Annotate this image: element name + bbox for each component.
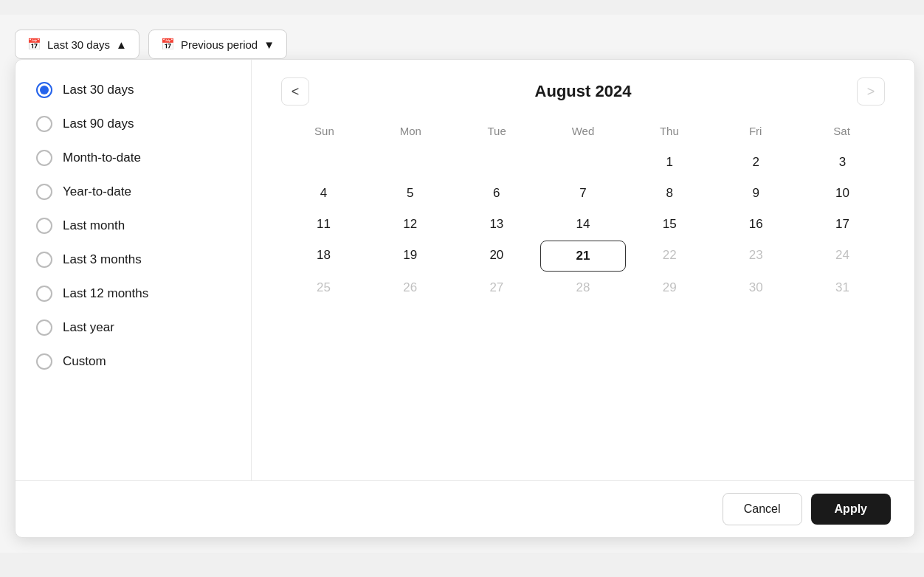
calendar-day-18[interactable]: 18 xyxy=(281,241,366,272)
radio-circle-ytd xyxy=(36,184,52,200)
calendar-day-20[interactable]: 20 xyxy=(454,241,539,272)
date-range-button[interactable]: 📅 Last 30 days ▲ xyxy=(15,30,139,59)
calendar-day-15[interactable]: 15 xyxy=(627,210,712,239)
radio-label-last30: Last 30 days xyxy=(63,83,134,97)
calendar-day-8[interactable]: 8 xyxy=(627,179,712,208)
cancel-button[interactable]: Cancel xyxy=(723,493,802,525)
panel-body: Last 30 daysLast 90 daysMonth-to-dateYea… xyxy=(15,60,914,480)
calendar-day-17[interactable]: 17 xyxy=(800,210,885,239)
calendar-day-24: 24 xyxy=(800,241,885,272)
prev-month-button[interactable]: < xyxy=(281,77,309,106)
dropdown-panel: Last 30 daysLast 90 daysMonth-to-dateYea… xyxy=(15,59,915,538)
calendar-day-3[interactable]: 3 xyxy=(800,148,885,177)
radio-label-ytd: Year-to-date xyxy=(63,184,131,199)
radio-circle-mtd xyxy=(36,150,52,166)
calendar-day-25: 25 xyxy=(281,273,366,303)
radio-circle-last90 xyxy=(36,116,52,132)
radio-circle-last3months xyxy=(36,252,52,268)
radio-option-last12months[interactable]: Last 12 months xyxy=(15,278,251,309)
calendar-day-5[interactable]: 5 xyxy=(368,179,452,208)
radio-label-lastyear: Last year xyxy=(63,320,114,335)
chevron-down-icon: ▼ xyxy=(263,38,275,51)
chevron-up-icon: ▲ xyxy=(116,38,127,51)
calendar-empty-cell xyxy=(454,148,539,177)
calendar-grid: SunMonTueWedThuFriSat 123456789101112131… xyxy=(281,120,885,303)
radio-circle-last12months xyxy=(36,286,52,302)
calendar-empty-cell xyxy=(281,148,366,177)
calendar-day-11[interactable]: 11 xyxy=(281,210,366,239)
calendar-day-31: 31 xyxy=(800,273,885,303)
calendar-icon-1: 📅 xyxy=(27,38,41,51)
weekday-tue: Tue xyxy=(454,120,540,142)
calendar-day-19[interactable]: 19 xyxy=(368,241,452,272)
radio-option-lastmonth[interactable]: Last month xyxy=(15,210,251,241)
calendar-day-14[interactable]: 14 xyxy=(540,210,625,239)
month-title: August 2024 xyxy=(535,82,632,101)
calendar-day-2[interactable]: 2 xyxy=(714,148,799,177)
calendar-day-16[interactable]: 16 xyxy=(714,210,799,239)
calendar-day-1[interactable]: 1 xyxy=(627,148,712,177)
calendar-days: 1234567891011121314151617181920212223242… xyxy=(281,148,885,303)
radio-label-last90: Last 90 days xyxy=(63,117,134,131)
radio-circle-last30 xyxy=(36,82,52,98)
calendar-day-9[interactable]: 9 xyxy=(714,179,799,208)
calendar-day-27: 27 xyxy=(454,273,539,303)
previous-period-label: Previous period xyxy=(181,38,258,51)
calendar-day-22: 22 xyxy=(627,241,712,272)
calendar-section: < August 2024 > SunMonTueWedThuFriSat 12… xyxy=(252,60,914,480)
radio-label-lastmonth: Last month xyxy=(63,218,125,233)
period-options-list: Last 30 daysLast 90 daysMonth-to-dateYea… xyxy=(15,60,252,480)
radio-option-custom[interactable]: Custom xyxy=(15,346,251,377)
radio-circle-custom xyxy=(36,353,52,370)
weekdays-row: SunMonTueWedThuFriSat xyxy=(281,120,885,142)
calendar-day-7[interactable]: 7 xyxy=(540,179,625,208)
calendar-day-4[interactable]: 4 xyxy=(281,179,366,208)
weekday-sat: Sat xyxy=(799,120,885,142)
weekday-fri: Fri xyxy=(712,120,799,142)
calendar-day-6[interactable]: 6 xyxy=(454,179,539,208)
calendar-day-26: 26 xyxy=(368,273,452,303)
previous-period-button[interactable]: 📅 Previous period ▼ xyxy=(148,30,287,59)
weekday-wed: Wed xyxy=(540,120,627,142)
radio-label-custom: Custom xyxy=(63,354,106,369)
weekday-sun: Sun xyxy=(281,120,368,142)
calendar-day-29: 29 xyxy=(627,273,712,303)
apply-button[interactable]: Apply xyxy=(811,494,891,525)
calendar-icon-2: 📅 xyxy=(161,38,175,51)
radio-label-mtd: Month-to-date xyxy=(63,151,141,165)
radio-option-lastyear[interactable]: Last year xyxy=(15,312,251,343)
calendar-header: < August 2024 > xyxy=(281,77,885,106)
calendar-day-10[interactable]: 10 xyxy=(800,179,885,208)
panel-footer: Cancel Apply xyxy=(15,480,914,537)
radio-label-last3months: Last 3 months xyxy=(63,252,142,267)
header-bar: 📅 Last 30 days ▲ 📅 Previous period ▼ xyxy=(15,30,909,59)
calendar-day-23: 23 xyxy=(714,241,799,272)
calendar-day-28: 28 xyxy=(540,273,625,303)
radio-circle-lastyear xyxy=(36,319,52,336)
weekday-mon: Mon xyxy=(368,120,454,142)
date-range-label: Last 30 days xyxy=(47,38,110,51)
page-container: 📅 Last 30 days ▲ 📅 Previous period ▼ Las… xyxy=(0,15,924,553)
calendar-empty-cell xyxy=(368,148,452,177)
radio-option-last3months[interactable]: Last 3 months xyxy=(15,244,251,275)
calendar-day-21[interactable]: 21 xyxy=(540,241,625,272)
radio-option-last30[interactable]: Last 30 days xyxy=(15,75,251,106)
calendar-day-30: 30 xyxy=(714,273,799,303)
calendar-empty-cell xyxy=(540,148,625,177)
radio-option-mtd[interactable]: Month-to-date xyxy=(15,142,251,173)
radio-option-ytd[interactable]: Year-to-date xyxy=(15,176,251,207)
weekday-thu: Thu xyxy=(626,120,712,142)
radio-label-last12months: Last 12 months xyxy=(63,286,148,301)
radio-circle-lastmonth xyxy=(36,218,52,234)
calendar-day-12[interactable]: 12 xyxy=(368,210,452,239)
radio-option-last90[interactable]: Last 90 days xyxy=(15,108,251,139)
next-month-button[interactable]: > xyxy=(857,77,885,106)
calendar-day-13[interactable]: 13 xyxy=(454,210,539,239)
